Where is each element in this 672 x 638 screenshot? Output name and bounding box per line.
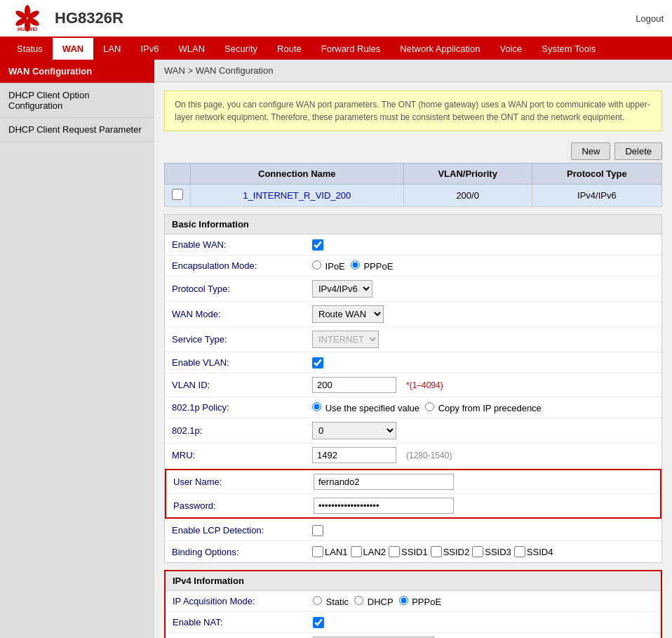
lan2-checkbox[interactable] <box>351 546 362 557</box>
vlan-id-input[interactable] <box>312 377 396 393</box>
nav-item-voice[interactable]: Voice <box>490 38 532 60</box>
wan-mode-row: WAN Mode: Route WAN Bridge WAN <box>165 302 661 327</box>
logout-button[interactable]: Logout <box>636 13 664 24</box>
nav-item-lan[interactable]: LAN <box>93 38 130 60</box>
nav-item-status[interactable]: Status <box>7 38 53 60</box>
mru-row: MRU: (1280-1540) <box>165 444 661 467</box>
user-pass-group: User Name: Password: <box>165 469 661 519</box>
nav-item-forward-rules[interactable]: Forward Rules <box>311 38 391 60</box>
static-label[interactable]: Static <box>313 596 349 607</box>
header-left: HUAWEI HG8326R <box>8 4 123 32</box>
huawei-logo: HUAWEI <box>8 4 46 32</box>
wan-mode-select[interactable]: Route WAN Bridge WAN <box>312 305 384 323</box>
ipv4-ipv6-section: IPv4 Information IP Acquisition Mode: St… <box>164 570 662 638</box>
protocol-type-cell: IPv4/IPv6 <box>532 185 661 207</box>
ssid4-binding[interactable]: SSID4 <box>514 546 553 557</box>
nav-item-wlan[interactable]: WLAN <box>169 38 215 60</box>
lan1-binding[interactable]: LAN1 <box>312 546 348 557</box>
ssid1-checkbox[interactable] <box>389 546 400 557</box>
page-layout: WAN Configuration DHCP Client Option Con… <box>0 60 672 638</box>
use-specified-label[interactable]: Use the specified value <box>312 402 419 413</box>
enable-vlan-checkbox[interactable] <box>312 357 323 368</box>
ssid4-checkbox[interactable] <box>514 546 525 557</box>
connection-name-cell[interactable]: 1_INTERNET_R_VID_200 <box>191 185 404 207</box>
new-button[interactable]: New <box>571 142 610 160</box>
nav-item-ipv6[interactable]: IPv6 <box>131 38 169 60</box>
pppoe-label[interactable]: PPPoE <box>351 260 394 272</box>
enable-wan-row: Enable WAN: <box>165 234 661 255</box>
table-row: 1_INTERNET_R_VID_200 200/0 IPv4/IPv6 <box>165 185 662 207</box>
val-8021p-select[interactable]: 0 1234567 <box>312 422 396 439</box>
service-type-label: Service Type: <box>172 334 312 345</box>
protocol-type-row: Protocol Type: IPv4/IPv6 <box>165 277 661 302</box>
enable-vlan-row: Enable VLAN: <box>165 352 661 373</box>
col-connection-name: Connection Name <box>191 164 404 185</box>
nat-type-row: NAT type: Port-restricted cone NAT Full … <box>166 633 661 638</box>
table-actions: New Delete <box>154 140 672 163</box>
protocol-type-control: IPv4/IPv6 <box>312 280 654 298</box>
copy-ip-label[interactable]: Copy from IP precedence <box>425 402 542 413</box>
ip-acq-control: Static DHCP PPPoE <box>313 596 654 607</box>
svg-text:HUAWEI: HUAWEI <box>18 27 37 32</box>
lan2-binding[interactable]: LAN2 <box>351 546 387 557</box>
sidebar-item-dhcp-option[interactable]: DHCP Client Option Configuration <box>0 84 154 118</box>
mru-input[interactable] <box>312 447 396 463</box>
nav-item-wan[interactable]: WAN <box>53 38 93 60</box>
static-radio[interactable] <box>313 596 322 605</box>
ipoe-label[interactable]: IPoE <box>312 260 345 272</box>
pppoe-ipacq-radio[interactable] <box>399 596 408 605</box>
ipoe-radio[interactable] <box>312 260 321 270</box>
vlan-id-control: *(1–4094) <box>312 377 654 393</box>
header: HUAWEI HG8326R Logout <box>0 0 672 38</box>
logo-area: HUAWEI <box>8 4 46 32</box>
breadcrumb: WAN > WAN Configuration <box>154 60 672 82</box>
ssid2-binding[interactable]: SSID2 <box>431 546 470 557</box>
enable-vlan-label: Enable VLAN: <box>172 357 312 368</box>
basic-info-title: Basic Information <box>165 215 661 234</box>
vlan-id-label: VLAN ID: <box>172 380 312 390</box>
password-input[interactable] <box>314 498 454 514</box>
row-checkbox[interactable] <box>172 189 183 200</box>
password-label: Password: <box>173 500 314 511</box>
basic-info-section: Basic Information Enable WAN: Encapsulat… <box>164 214 662 563</box>
enable-nat-checkbox[interactable] <box>313 617 324 628</box>
enable-vlan-control <box>312 357 654 368</box>
binding-label: Binding Options: <box>172 547 312 557</box>
wan-table: Connection Name VLAN/Priority Protocol T… <box>164 163 662 207</box>
service-type-select[interactable]: INTERNET <box>312 331 379 348</box>
ssid1-binding[interactable]: SSID1 <box>389 546 428 557</box>
pppoe-ipacq-label[interactable]: PPPoE <box>399 596 442 607</box>
use-specified-radio[interactable] <box>312 402 321 411</box>
copy-ip-radio[interactable] <box>425 402 434 411</box>
ssid3-binding[interactable]: SSID3 <box>472 546 511 557</box>
nav-item-security[interactable]: Security <box>215 38 267 60</box>
delete-button[interactable]: Delete <box>614 142 662 160</box>
dhcp-label[interactable]: DHCP <box>354 596 393 607</box>
sidebar-item-wan-config[interactable]: WAN Configuration <box>0 60 154 84</box>
mru-control: (1280-1540) <box>312 447 654 463</box>
nav-item-network-application[interactable]: Network Application <box>390 38 490 60</box>
dhcp-radio[interactable] <box>354 596 363 605</box>
enable-lcp-checkbox[interactable] <box>312 525 323 536</box>
nav-item-route[interactable]: Route <box>267 38 311 60</box>
enable-wan-checkbox[interactable] <box>312 239 323 251</box>
encapsulation-row: Encapsulation Mode: IPoE PPPoE <box>165 255 661 277</box>
binding-row: Binding Options: LAN1 LAN2 SSID1 SSID2 S… <box>165 541 661 562</box>
username-control <box>314 474 653 490</box>
sidebar: WAN Configuration DHCP Client Option Con… <box>0 60 154 638</box>
username-row: User Name: <box>166 470 660 494</box>
ssid3-checkbox[interactable] <box>472 546 483 557</box>
password-row: Password: <box>166 494 660 517</box>
encapsulation-control: IPoE PPPoE <box>312 260 654 272</box>
enable-nat-row: Enable NAT: <box>166 612 661 633</box>
main-nav: Status WAN LAN IPv6 WLAN Security Route … <box>0 38 672 60</box>
protocol-type-select[interactable]: IPv4/IPv6 <box>312 280 372 298</box>
username-input[interactable] <box>314 474 454 490</box>
enable-lcp-label: Enable LCP Detection: <box>172 525 312 536</box>
nav-item-system-tools[interactable]: System Tools <box>532 38 605 60</box>
pppoe-radio[interactable] <box>351 260 360 270</box>
ssid2-checkbox[interactable] <box>431 546 442 557</box>
lan1-checkbox[interactable] <box>312 546 323 557</box>
enable-nat-control <box>313 617 654 628</box>
sidebar-item-dhcp-request[interactable]: DHCP Client Request Parameter <box>0 118 154 142</box>
